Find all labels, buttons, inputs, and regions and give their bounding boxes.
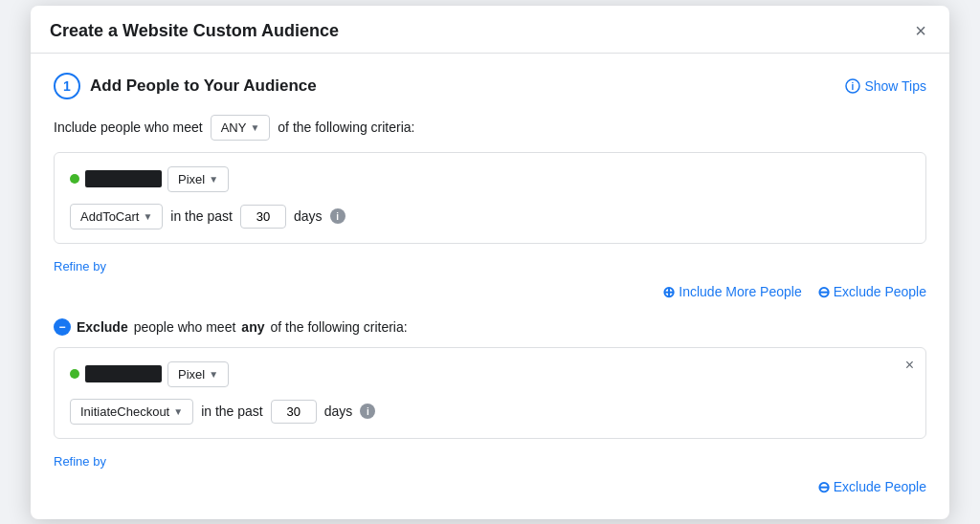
show-tips-button[interactable]: i Show Tips [845,78,926,94]
section-title-row: 1 Add People to Your Audience [54,73,317,99]
minus-circle-icon-bottom: ⊖ [817,478,830,496]
in-the-past-label: in the past [170,208,233,224]
exclude-header-row: − Exclude people who meet any of the fol… [54,318,926,336]
remove-exclude-button[interactable]: × [905,358,914,373]
event-row: AddToCart ▼ in the past days i [70,204,910,229]
exclude-in-the-past-label: in the past [201,404,263,419]
svg-text:i: i [852,81,855,92]
section-title: Add People to Your Audience [90,76,317,96]
exclude-section: − Exclude people who meet any of the fol… [54,318,926,469]
criteria-suffix: of the following criteria: [278,120,414,135]
pixel-name-bar [85,170,162,187]
pixel-row: Pixel ▼ [70,166,910,192]
modal-title: Create a Website Custom Audience [50,21,339,41]
modal: Create a Website Custom Audience × 1 Add… [31,6,949,519]
action-row: ⊕ Include More People ⊖ Exclude People [54,283,926,301]
exclude-refine-by-link[interactable]: Refine by [54,454,106,469]
any-dropdown[interactable]: ANY ▼ [211,115,271,141]
exclude-days-label: days [324,404,353,419]
event-dropdown[interactable]: AddToCart ▼ [70,204,163,229]
bottom-action-row: ⊖ Exclude People [54,478,926,496]
refine-by-link[interactable]: Refine by [54,259,106,273]
criteria-prefix: Include people who meet [54,120,203,135]
info-icon: i [330,208,345,224]
include-more-people-link[interactable]: ⊕ Include More People [662,283,801,301]
chevron-down-icon: ▼ [209,174,218,185]
exclude-pixel-status-dot [70,369,79,379]
pixel-dropdown[interactable]: Pixel ▼ [167,166,229,192]
exclude-bold-label: Exclude [77,319,128,335]
chevron-down-icon: ▼ [250,122,259,133]
chevron-down-icon: ▼ [173,406,183,417]
include-criteria-row: Include people who meet ANY ▼ of the fol… [54,115,926,141]
include-criteria-box: Pixel ▼ AddToCart ▼ in the past days i [54,152,926,244]
exclude-criteria-suffix: of the following criteria: [270,319,407,335]
exclude-icon: − [54,318,71,336]
pixel-status-dot [70,174,79,184]
step-circle: 1 [54,73,80,99]
plus-icon: ⊕ [662,283,675,301]
section-header: 1 Add People to Your Audience i Show Tip… [54,73,926,99]
exclude-pixel-name-bar [85,365,162,382]
lightbulb-icon: i [845,78,860,94]
modal-header: Create a Website Custom Audience × [31,6,949,54]
exclude-days-input[interactable] [271,400,317,424]
chevron-down-icon: ▼ [209,369,218,380]
bottom-exclude-people-link[interactable]: ⊖ Exclude People [817,478,926,496]
exclude-event-row: InitiateCheckout ▼ in the past days i [70,399,910,425]
exclude-info-icon: i [360,404,375,419]
exclude-criteria-box: × Pixel ▼ InitiateCheckout ▼ in [54,347,926,439]
any-bold-label: any [241,319,264,335]
days-input[interactable] [240,205,286,229]
exclude-criteria-text: people who meet [134,319,236,335]
exclude-pixel-row: Pixel ▼ [70,361,910,387]
exclude-event-dropdown[interactable]: InitiateCheckout ▼ [70,399,193,425]
exclude-people-link[interactable]: ⊖ Exclude People [817,283,926,301]
modal-body: 1 Add People to Your Audience i Show Tip… [31,54,949,519]
chevron-down-icon: ▼ [143,211,152,222]
minus-circle-icon: ⊖ [817,283,830,301]
days-label: days [294,208,323,224]
exclude-pixel-dropdown[interactable]: Pixel ▼ [167,361,229,387]
close-button[interactable]: × [911,21,930,40]
